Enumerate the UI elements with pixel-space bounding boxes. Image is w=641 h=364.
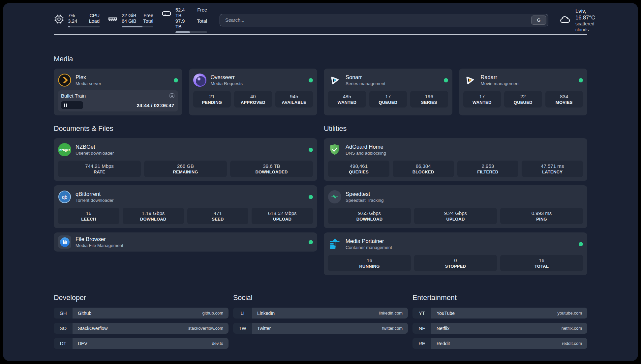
stat-value: 47.571 ms	[541, 163, 564, 169]
stat-tile: 39.6 TB DOWNLOADED	[230, 161, 313, 177]
bookmarks-social: Social LI LinkedIn linkedin.com TW Twitt…	[233, 294, 408, 349]
stat-tile: 1.19 Gbps DOWNLOAD	[123, 208, 184, 224]
stat-value: 16	[86, 210, 92, 216]
stat-label: PENDING	[202, 100, 222, 105]
stat-label: SERIES	[421, 100, 437, 105]
stat-label: DOWNLOAD	[140, 217, 167, 222]
bookmark-linkedin[interactable]: LI LinkedIn linkedin.com	[233, 308, 408, 318]
bookmark-name: StackOverflow	[78, 326, 107, 331]
stat-label: TOTAL	[534, 264, 549, 269]
stat-value: 9.24 Gbps	[444, 210, 467, 216]
stat-label: WANTED	[337, 100, 356, 105]
stat-tile: 618.52 Mbps UPLOAD	[252, 208, 313, 224]
stat-value: 266 GB	[177, 163, 194, 169]
cpu-progress-bar	[68, 26, 100, 27]
bookmark-twitter[interactable]: TW Twitter twitter.com	[233, 323, 408, 334]
cpu-label: CPU	[89, 13, 100, 18]
bookmark-youtube[interactable]: YT YouTube youtube.com	[412, 308, 587, 318]
disk-total-label: Total	[197, 18, 207, 30]
app-title: qBittorrent	[76, 191, 114, 197]
stat-value: 86,384	[416, 163, 431, 169]
dashboard-page: 7% CPU 3.24 Load	[3, 3, 638, 361]
bookmark-reddit[interactable]: RE Reddit reddit.com	[412, 338, 587, 349]
app-description: Speedtest Tracking	[346, 197, 384, 203]
section-title-media: Media	[54, 55, 587, 63]
app-card-qbittorrent[interactable]: qb qBittorrent Torrent downloader 16	[54, 185, 317, 228]
app-description: Series management	[346, 81, 385, 86]
stat-value: 17	[385, 94, 391, 99]
topbar: 7% CPU 3.24 Load	[54, 12, 587, 28]
bookmark-github[interactable]: GH Github github.com	[54, 308, 229, 318]
sonarr-icon	[328, 74, 341, 87]
bookmark-stackoverflow[interactable]: SO StackOverflow stackoverflow.com	[54, 323, 229, 334]
app-card-sonarr[interactable]: Sonarr Series management 485 WANTED 17 Q…	[324, 69, 452, 115]
stat-value: 945	[290, 94, 298, 99]
status-dot	[309, 240, 313, 244]
search-input[interactable]	[225, 17, 531, 23]
stat-value: 9.65 Gbps	[358, 210, 381, 216]
bookmark-name: Netflix	[437, 326, 449, 331]
memory-progress-bar	[122, 26, 153, 27]
memory-total-value: 64 GiB	[122, 18, 137, 24]
portainer-icon	[328, 237, 341, 251]
app-description: Media File Management	[76, 243, 123, 248]
bookmarks-developer: Developer GH Github github.com SO StackO…	[54, 294, 229, 349]
app-card-radarr[interactable]: Radarr Movie management 17 WANTED 22 QUE…	[459, 69, 588, 115]
playback-time: 24:44 / 02:06:47	[137, 103, 174, 108]
app-card-speedtest[interactable]: Speedtest Speedtest Tracking 9.65 Gbps D…	[324, 185, 587, 228]
bookmark-name: Twitter	[257, 326, 271, 331]
app-description: Usenet downloader	[76, 150, 114, 156]
disk-progress-fill	[175, 31, 190, 33]
cpu-icon	[54, 14, 64, 25]
stat-label: DOWNLOAD	[356, 217, 383, 222]
app-card-nzbget[interactable]: nzbget NZBGet Usenet downloader 744.21 M…	[54, 138, 317, 181]
weather-condition: scattered clouds	[575, 21, 595, 33]
weather-widget: Lviv, 16.87°C scattered clouds	[558, 8, 595, 33]
status-dot	[444, 78, 448, 82]
stat-label: DOWNLOADED	[255, 169, 288, 174]
bookmark-dev[interactable]: DT DEV dev.to	[54, 338, 229, 349]
app-card-filebrowser[interactable]: File Browser Media File Management	[54, 232, 317, 252]
bookmark-url: youtube.com	[558, 311, 582, 316]
nzbget-icon: nzbget	[58, 143, 71, 156]
stat-value: 39.6 TB	[263, 163, 280, 169]
section-title-utilities: Utilities	[324, 125, 587, 133]
stat-tile: 16 TOTAL	[500, 255, 583, 271]
stat-value: 0.993 ms	[532, 210, 552, 216]
cloud-icon	[558, 14, 571, 26]
app-title: Sonarr	[346, 74, 385, 80]
filebrowser-icon	[58, 235, 71, 249]
stat-label: QUERIES	[349, 169, 369, 174]
status-dot	[579, 78, 583, 82]
stat-tile: 0.993 ms PING	[500, 208, 583, 224]
stat-value: 196	[425, 94, 433, 99]
search-provider-button[interactable]: G	[531, 15, 546, 25]
overseerr-icon	[193, 74, 206, 87]
bookmark-abbr: NF	[412, 323, 431, 334]
memory-progress-fill	[122, 26, 142, 27]
pause-icon[interactable]	[64, 104, 67, 107]
app-card-overseerr[interactable]: Overseerr Media Requests 21 PENDING 40 A…	[189, 69, 318, 115]
app-card-portainer[interactable]: Media Portainer Container management 16 …	[324, 232, 587, 275]
stat-label: MOVIES	[556, 100, 573, 105]
cpu-load-label: Load	[89, 18, 100, 24]
bookmark-name: Reddit	[437, 341, 450, 346]
stat-value: 498,461	[350, 163, 368, 169]
app-description: Media server	[76, 81, 101, 86]
stat-tile: 196 SERIES	[410, 91, 448, 107]
status-dot	[174, 78, 178, 82]
app-title: Radarr	[481, 74, 520, 80]
stat-value: 485	[343, 94, 351, 99]
bookmark-netflix[interactable]: NF Netflix netflix.com	[412, 323, 587, 334]
stat-value: 21	[209, 94, 215, 99]
stat-tile: 21 PENDING	[193, 91, 231, 107]
app-card-plex[interactable]: Plex Media server Bullet Train	[54, 69, 182, 115]
webcam-icon	[169, 93, 175, 99]
stat-label: LEECH	[81, 217, 96, 222]
section-title-entertainment: Entertainment	[412, 294, 587, 302]
stat-label: STOPPED	[445, 264, 466, 269]
stat-label: SEED	[212, 217, 224, 222]
app-card-adguard[interactable]: AdGuard Home DNS and adblocking 498,461 …	[324, 138, 587, 181]
bookmark-url: stackoverflow.com	[188, 326, 223, 331]
stat-tile: 834 MOVIES	[545, 91, 583, 107]
